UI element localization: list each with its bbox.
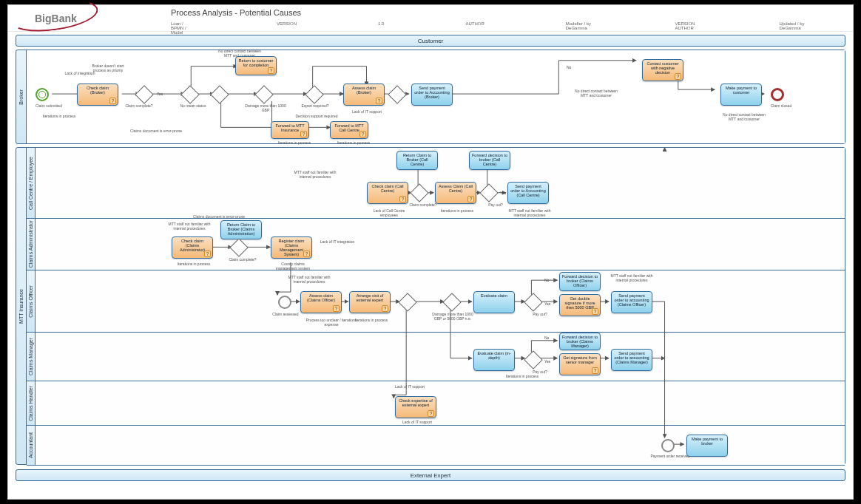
task-arrange-visit[interactable]: Arrange visit of external expert?: [349, 291, 391, 313]
note: MTT staff not familiar with internal pro…: [610, 273, 654, 282]
task-assess-cc[interactable]: Assess Claim (Call Centre)?: [435, 182, 476, 204]
task-double-sig[interactable]: Get double signature if more than 5000 G…: [559, 294, 601, 316]
task-fwd-broker-cm[interactable]: Forward decision to broker (Claims Manag…: [559, 333, 601, 350]
task-make-payment-customer[interactable]: Make payment to customer: [720, 84, 762, 106]
task-fwd-broker-cc[interactable]: Forward decision to broker (Call Centre): [469, 151, 510, 170]
pool-customer: Customer: [16, 35, 845, 47]
task-return-broker-cc[interactable]: Return Claim to Broker (Call Centre): [396, 151, 438, 170]
event-label: Claim submitted: [27, 103, 71, 108]
task-send-accounting-cm[interactable]: Send payment order to accounting (Claims…: [611, 349, 652, 371]
gateway-icon: [388, 85, 406, 103]
note: Claim complete?: [220, 257, 265, 262]
gateway-icon: [442, 293, 461, 311]
lane-broker-label: Broker: [16, 50, 27, 143]
task-send-accounting-co[interactable]: Send payment order to accounting (Claims…: [611, 291, 652, 313]
note: Claims document is error-prone: [189, 214, 249, 219]
intermediate-event-icon: [278, 296, 291, 309]
task-register[interactable]: Register claim (Claims Management System…: [271, 236, 312, 259]
task-make-payment-broker[interactable]: Make payment to broker: [686, 435, 728, 457]
meta-row: Loan / BPMN / Model VERSION 1.0 AUTHOR M…: [171, 21, 807, 35]
task-evaluate[interactable]: Evaluate claim: [473, 291, 515, 313]
note: Iterations in process: [37, 114, 81, 118]
task-assess-co[interactable]: Assess claim (Claims Officer)?: [300, 291, 342, 313]
task-assess-broker[interactable]: Assess claim (Broker)?: [343, 84, 385, 106]
task-send-accounting-cc[interactable]: Send payment order to Accounting (Call C…: [507, 182, 549, 204]
lane-claimsofficer: Claims Officer Claim assessed MTT staff …: [27, 270, 845, 333]
lane-broker-pool: Broker Claim submitted Lack of integrati…: [16, 50, 845, 144]
gateway-icon: [479, 183, 498, 202]
gateway-icon: [210, 85, 229, 103]
start-event-icon: [36, 88, 49, 101]
lane-callcentre: Call Centre / Employee MTT staff not fam…: [27, 148, 845, 219]
note: Iterations in process: [331, 140, 376, 145]
note: Decision support required: [294, 114, 339, 118]
logo-text: BigBank: [35, 13, 77, 24]
note: Lack of IT support: [388, 384, 432, 389]
gateway-icon: [254, 85, 273, 103]
page-title: Process Analysis - Potential Causes: [171, 8, 301, 17]
gateway-icon: [524, 293, 542, 311]
note: Damage more than 1000 GBP or 5000 GBP n.…: [430, 312, 475, 321]
task-fwd-broker-co[interactable]: Forward decision to broker (Claims Offic…: [559, 272, 601, 291]
gateway-icon: [524, 350, 542, 369]
task-check-cc[interactable]: Check claim (Call Centre)?: [367, 182, 408, 204]
note: Claim complete?: [123, 103, 155, 108]
gateway-icon: [135, 85, 153, 103]
task-return-customer[interactable]: Return to customer for completion?: [235, 56, 277, 75]
gateway-icon: [398, 293, 416, 311]
task-get-sig-senior[interactable]: Get signature from senior manager?: [559, 353, 601, 375]
note: Damage more than 1000 GBP: [243, 103, 288, 112]
lane-accountant: Accountant Payment order received Make p…: [27, 426, 845, 466]
note: Iterations in process: [435, 208, 479, 213]
task-return-broker-ca[interactable]: Return Claim to Broker (Claims Administr…: [220, 220, 262, 239]
mtt-lanes: Call Centre / Employee MTT staff not fam…: [27, 148, 845, 464]
note: No direct contact between MTT and custom…: [574, 89, 618, 98]
note: Lack of IT support: [345, 109, 389, 114]
note: No mean status: [171, 103, 215, 108]
note: MTT staff not familiar with internal pro…: [293, 170, 337, 179]
note: Lack of IT support: [395, 420, 439, 424]
gateway-icon: [229, 238, 248, 256]
pool-mtt-label: MTT Insurance: [16, 148, 27, 464]
note: County claims management system: [271, 262, 315, 270]
note: Pay out?: [518, 312, 562, 316]
note: Claims document is error-prone: [126, 129, 186, 133]
task-fwd-mtt-ins[interactable]: Forward to MTT Insurance?: [271, 121, 309, 139]
header: BigBank Process Analysis - Potential Cau…: [8, 5, 853, 32]
lane-claimshandler: Claims Handler Lack of IT support Check …: [27, 381, 845, 426]
gateway-icon: [305, 85, 323, 103]
task-check-expertise[interactable]: Check expertise of external expert?: [395, 396, 436, 418]
note: Iterations in process: [272, 140, 317, 145]
note: MTT staff not familiar with internal pro…: [287, 275, 331, 284]
pool-external: External Expert: [16, 469, 845, 481]
gateway-icon: [410, 183, 428, 202]
note: Lack of Call Centre employees: [367, 208, 411, 217]
task-send-accounting-broker[interactable]: Send payment order to Accounting (Broker…: [411, 84, 453, 106]
note: MTT staff not familiar with internal pro…: [167, 222, 212, 231]
note: Iterations in process: [349, 318, 394, 322]
note: Lack of IT integration: [315, 239, 359, 244]
gateway-icon: [180, 85, 199, 103]
task-check-ca[interactable]: Check claim (Claims Administrator)?: [172, 236, 213, 259]
note: Iterations in process: [172, 262, 216, 266]
note: Broker doesn't start process as priority: [86, 64, 130, 72]
task-fwd-mtt-cc[interactable]: Forward to MTT Call Centre?: [330, 121, 368, 139]
lane-claimsadmin: Claims Administrator MTT staff not famil…: [27, 219, 845, 270]
note: MTT staff not familiar with internal pro…: [507, 208, 552, 217]
end-event-icon: [771, 88, 784, 101]
pool-mtt: MTT Insurance Call Centre / Employee MTT…: [16, 147, 845, 465]
task-evaluate-depth[interactable]: Evaluate claim (in-depth): [473, 349, 515, 371]
lane-claimsmanager: Claims Manager Evaluate claim (in-depth)…: [27, 333, 845, 381]
task-contact-negative[interactable]: Contact customer with negative decision?: [642, 59, 683, 81]
lane-broker-area: Claim submitted Lack of integration Chec…: [27, 50, 845, 143]
note: Expert required?: [293, 103, 337, 108]
diagram-sheet: BigBank Process Analysis - Potential Cau…: [7, 4, 854, 500]
note: No direct contact between MTT and custom…: [722, 112, 766, 121]
event-label: Claim closed: [759, 103, 803, 108]
task-check-claim-broker[interactable]: Check claim (Broker)?: [77, 84, 118, 106]
intermediate-event-icon: [661, 439, 675, 452]
note: Iterations in process: [500, 374, 544, 378]
logo: BigBank: [14, 7, 110, 29]
event-label: Payment order received: [648, 454, 692, 458]
